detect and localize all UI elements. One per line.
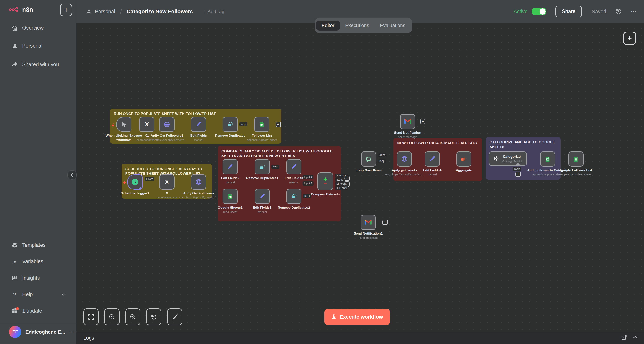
new-workflow-button[interactable]: + — [60, 4, 72, 16]
node-edit-fields4[interactable] — [425, 151, 440, 167]
node-x1[interactable]: X — [139, 117, 154, 132]
node-title: Send Notification1 — [342, 232, 395, 236]
google-sheets-icon — [545, 156, 550, 162]
user-options-icon[interactable]: ••• — [69, 330, 74, 334]
active-label: Active — [514, 9, 528, 15]
more-options-icon[interactable]: ••• — [631, 10, 637, 14]
sidebar-item-label: Shared with you — [22, 62, 59, 68]
chevron-left-icon — [70, 173, 74, 177]
globe-icon — [164, 121, 170, 128]
add-node-port-button[interactable]: + — [276, 122, 281, 127]
flask-icon — [332, 314, 336, 320]
node-compare-datasets[interactable]: +− — [318, 173, 333, 191]
pencil-icon — [227, 164, 233, 170]
view-tabs: Editor Executions Evaluations — [315, 18, 412, 33]
expand-logs-icon[interactable] — [632, 334, 638, 342]
zoom-out-button[interactable] — [125, 308, 140, 325]
add-node-port-button[interactable]: + — [420, 119, 426, 124]
history-icon[interactable] — [615, 8, 622, 15]
n8n-logo[interactable]: n8n — [9, 6, 33, 13]
node-apify-get-tweets[interactable] — [397, 151, 412, 167]
sidebar-item-templates[interactable]: Templates — [0, 238, 76, 253]
node-apify-get-followers[interactable] — [191, 175, 206, 190]
sidebar-item-variables[interactable]: x Variables — [0, 254, 76, 269]
trigger-bolt-icon — [122, 181, 126, 186]
user-menu[interactable]: EE Edafeoghene E... ••• — [0, 323, 76, 340]
node-follower-list[interactable] — [254, 117, 269, 132]
x-logo-icon: X — [145, 121, 149, 127]
node-subtitle: send: message — [342, 236, 395, 239]
node-when-clicking-execute-workflow[interactable] — [116, 117, 131, 132]
zoom-out-icon — [130, 314, 136, 320]
fit-view-icon — [88, 314, 94, 320]
person-icon — [12, 43, 18, 49]
sidebar-item-insights[interactable]: Insights — [0, 271, 76, 285]
node-send-notification[interactable] — [400, 114, 415, 129]
sidebar-item-shared-with-you[interactable]: Shared with you — [0, 57, 76, 72]
active-toggle[interactable] — [532, 8, 546, 16]
zoom-to-fit-button[interactable] — [84, 308, 98, 325]
wire-label-1-item: 1 item — [144, 177, 154, 181]
node-edit-fields[interactable] — [191, 117, 206, 132]
openai-icon — [494, 156, 499, 161]
tidy-up-button[interactable] — [167, 308, 182, 325]
breadcrumb-project[interactable]: Personal — [95, 9, 115, 15]
port-label-input-a: Input A — [303, 175, 314, 180]
logs-label: Logs — [84, 335, 94, 341]
node-remove-duplicates1[interactable] — [255, 159, 270, 174]
node-loop-over-items[interactable] — [361, 151, 376, 167]
bar-chart-icon — [12, 275, 18, 281]
sidebar-item-label: Help — [22, 292, 33, 297]
n8n-logo-icon — [9, 6, 19, 13]
execute-workflow-button[interactable]: Execute workflow — [324, 309, 390, 325]
node-remove-duplicates2[interactable] — [286, 189, 302, 204]
google-sheets-icon — [259, 121, 265, 127]
zoom-in-button[interactable] — [104, 308, 120, 325]
add-node-port-button[interactable]: + — [516, 171, 521, 177]
templates-box-icon — [12, 242, 18, 248]
trigger-bolt — [122, 179, 126, 187]
wire-label-kept: Kept — [303, 194, 311, 198]
loop-icon — [365, 155, 372, 162]
port-label-tools: Tools — [512, 167, 521, 171]
node-apify-get-followers1[interactable] — [159, 117, 174, 132]
node-edit-fields1[interactable] — [255, 189, 270, 204]
open-logs-window-icon[interactable] — [622, 334, 627, 342]
workflow-title[interactable]: Categorize New Followers — [127, 9, 193, 15]
tab-editor[interactable]: Editor — [316, 21, 340, 30]
aggregate-icon — [460, 156, 467, 162]
share-button[interactable]: Share — [556, 6, 582, 18]
port-label-same: Same — [335, 178, 344, 182]
add-node-button[interactable]: + — [623, 32, 636, 45]
sidebar-item-label: Variables — [22, 259, 43, 265]
tab-executions[interactable]: Executions — [340, 21, 374, 30]
workflow-canvas[interactable]: RUN ONCE TO POPULATE SHEET WITH FOLLOWER… — [0, 0, 644, 344]
node-remove-duplicates[interactable] — [222, 117, 238, 132]
pencil-icon — [259, 193, 265, 200]
node-add-follower-to-category[interactable] — [540, 151, 555, 167]
node-subtitle: Message Model — [502, 159, 522, 163]
logs-panel[interactable]: Logs — [76, 331, 644, 344]
node-title: Categorize — [503, 154, 520, 159]
node-edit-fields2[interactable] — [222, 159, 238, 174]
add-node-port-button[interactable]: + — [382, 220, 388, 225]
tab-evaluations[interactable]: Evaluations — [374, 21, 411, 30]
node-google-sheets1[interactable] — [222, 189, 238, 204]
sidebar-item-updates[interactable]: 1 update — [0, 303, 76, 318]
sidebar-item-help[interactable]: ? Help — [0, 287, 76, 302]
breadcrumb: Personal / Categorize New Followers + Ad… — [86, 0, 224, 23]
reset-zoom-button[interactable] — [146, 308, 162, 325]
add-tag-button[interactable]: + Add tag — [204, 9, 224, 15]
node-update-follower-list[interactable] — [568, 151, 584, 167]
node-edit-fields3[interactable] — [286, 159, 302, 174]
node-send-notification1[interactable] — [360, 215, 376, 230]
pencil-icon — [429, 156, 435, 162]
node-categorize[interactable]: CategorizeMessage Model — [489, 151, 527, 166]
sidebar-item-personal[interactable]: Personal — [0, 39, 76, 53]
node-aggregate[interactable] — [456, 151, 472, 167]
sidebar-item-overview[interactable]: Overview — [0, 21, 76, 35]
wire-label-kept: Kept — [240, 122, 247, 126]
node-x[interactable]: X — [159, 175, 174, 190]
collapse-sidebar-button[interactable] — [67, 170, 77, 180]
tidy-up-icon — [172, 314, 178, 320]
